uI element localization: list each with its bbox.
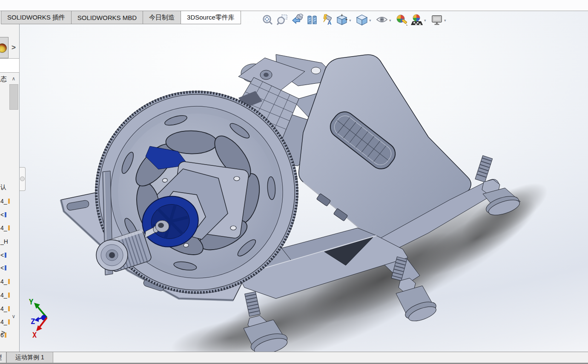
hide-show-items-button[interactable] <box>375 13 389 26</box>
view-orientation-annotations-button[interactable]: A <box>320 13 334 26</box>
feature-tree-item-fragment[interactable]: < <box>0 252 6 259</box>
scrollbar-down-arrow[interactable]: ∨ <box>9 313 18 320</box>
scene-sphere-floor-icon <box>411 14 423 26</box>
tab-3dsource-parts-library[interactable]: 3DSource零件库 <box>181 11 241 24</box>
feature-tree-filter-input[interactable] <box>0 58 20 73</box>
appearance-sphere-pencil-icon <box>396 14 408 26</box>
previous-view-button[interactable] <box>290 13 304 26</box>
configuration-sphere-icon <box>0 43 7 53</box>
scrollbar-up-arrow[interactable]: ∧ <box>9 76 18 82</box>
tab-today-manufacturing[interactable]: 今日制造 <box>143 11 181 24</box>
feature-tree-item-fragment[interactable]: 认 <box>0 184 6 191</box>
panel-splitter-handle[interactable] <box>20 167 26 191</box>
heads-up-toolbar: A ▾ ▾ ▾ <box>261 13 450 26</box>
monitor-icon <box>431 14 443 26</box>
display-states-header-fragment: 态 <box>0 75 7 83</box>
view-orientation-cube-icon <box>336 14 348 26</box>
zoom-to-area-icon <box>276 14 288 26</box>
view-settings-button[interactable] <box>430 13 444 26</box>
feature-tree-item-fragment[interactable]: 4_ <box>0 318 10 325</box>
graphics-viewport[interactable]: Y Z X <box>20 11 588 352</box>
triad-z-label: Z <box>31 317 35 326</box>
tab-solidworks-mbd[interactable]: SOLIDWORKS MBD <box>71 11 143 24</box>
panel-expand-button[interactable]: > <box>9 40 18 56</box>
orientation-triad: Y Z X <box>29 298 47 339</box>
annotation-view-icon: A <box>321 14 333 26</box>
feature-tree-item-fragment[interactable]: _H <box>0 238 8 245</box>
menu-strip <box>0 0 588 11</box>
tab-solidworks-addins[interactable]: SOLIDWORKS 插件 <box>1 11 72 24</box>
display-style-button[interactable] <box>355 13 369 26</box>
feature-tree-item-fragment[interactable]: < <box>0 211 6 218</box>
feature-tree-item-fragment[interactable]: 4_ <box>0 292 10 299</box>
tab-model-partial[interactable]: 型 <box>0 352 6 363</box>
feature-tree-item-fragment[interactable]: 4_ <box>0 305 10 312</box>
view-orientation-button[interactable] <box>335 13 349 26</box>
view-settings-dropdown-caret[interactable]: ▾ <box>444 18 448 23</box>
edit-appearance-button[interactable] <box>395 13 409 26</box>
scrollbar-thumb[interactable] <box>9 84 18 110</box>
command-manager-tabs: SOLIDWORKS 插件 SOLIDWORKS MBD 今日制造 3DSour… <box>1 11 241 24</box>
triad-y-label: Y <box>29 298 34 306</box>
study-tab-bar: 型 运动算例 1 <box>0 352 588 363</box>
feature-tree-item-fragment[interactable]: 4_ <box>0 198 10 205</box>
previous-view-icon <box>291 14 303 26</box>
section-view-button[interactable] <box>305 13 319 26</box>
view-orientation-dropdown-caret[interactable]: ▾ <box>349 18 353 23</box>
graphics-area[interactable]: Y Z X <box>20 11 588 352</box>
panel-bottom-chevron[interactable]: > <box>1 329 5 336</box>
zoom-to-fit-icon <box>261 14 273 26</box>
feature-tree-item-fragment[interactable]: 4_ <box>0 278 10 285</box>
tab-model-partial-label: 型 <box>0 354 2 361</box>
zoom-to-fit-button[interactable] <box>261 13 274 26</box>
display-style-cube-icon <box>356 14 368 26</box>
feature-tree-item-fragment[interactable]: < <box>0 264 6 271</box>
eye-icon <box>376 14 388 26</box>
feature-manager-panel: > 态 ∧ 认4_<4__H<<4_4_4_4_6 ∨ > <box>0 11 20 352</box>
feature-manager-tab[interactable] <box>0 37 9 58</box>
section-view-icon <box>306 14 318 26</box>
zoom-to-area-button[interactable] <box>275 13 289 26</box>
triad-x-label: X <box>32 331 37 339</box>
svg-text:A: A <box>327 20 332 26</box>
display-style-dropdown-caret[interactable]: ▾ <box>369 18 373 23</box>
apply-scene-button[interactable] <box>410 13 424 26</box>
tab-motion-study-1[interactable]: 运动算例 1 <box>6 352 53 363</box>
tab-motion-study-1-label: 运动算例 1 <box>15 354 44 361</box>
feature-tree-item-fragment[interactable]: 4_ <box>0 225 10 231</box>
hide-show-dropdown-caret[interactable]: ▾ <box>389 18 393 23</box>
apply-scene-dropdown-caret[interactable]: ▾ <box>424 18 428 23</box>
